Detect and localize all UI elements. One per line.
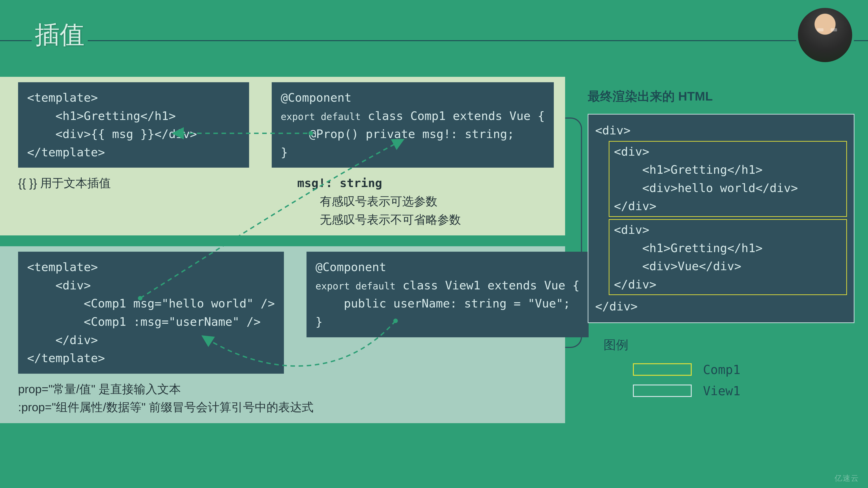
code-line: @Component (315, 260, 386, 274)
brace-icon (565, 118, 582, 348)
title-rule-right (88, 40, 868, 41)
legend-row-view1: View1 (633, 384, 855, 398)
code-class-comp1: @Component export default class Comp1 ex… (272, 82, 554, 168)
code-line: <div>hello world</div> (614, 181, 798, 195)
title-rule-left (0, 40, 32, 41)
caption-row-top: {{ }} 用于文本插值 msg!: string 有感叹号表示可选参数 无感叹… (18, 174, 554, 229)
code-line: <h1>Gretting</h1> (614, 241, 763, 255)
legend-swatch-view1 (633, 385, 692, 397)
code-line: </div> (614, 278, 656, 291)
slide-title: 插值 (32, 18, 88, 52)
code-row-top: <template> <h1>Gretting</h1> <div>{{ msg… (18, 82, 554, 168)
legend-swatch-comp1 (633, 363, 692, 376)
code-line: export default (281, 111, 361, 122)
legend-label-view1: View1 (703, 384, 741, 398)
caption-mustache: {{ }} 用于文本插值 (18, 174, 275, 192)
code-line: <div> (614, 145, 649, 158)
legend-label-comp1: Comp1 (703, 362, 741, 377)
legend-row-comp1: Comp1 (633, 362, 855, 377)
code-template-view1: <template> <div> <Comp1 msg="hello world… (18, 252, 284, 374)
panel-interpolation: <template> <h1>Gretting</h1> <div>{{ msg… (0, 77, 565, 235)
code-line: @Prop() private msg!: string; (281, 127, 514, 141)
title-bar: 插值 (0, 18, 868, 52)
code-row-bot: <template> <div> <Comp1 msg="hello world… (18, 252, 554, 374)
rendered-html-box: <div> <div> <h1>Gretting</h1> <div>hello… (588, 114, 855, 323)
left-column: <template> <h1>Gretting</h1> <div>{{ msg… (0, 77, 565, 423)
code-template-comp1: <template> <h1>Gretting</h1> <div>{{ msg… (18, 82, 249, 168)
right-column: 最终渲染出来的 HTML <div> <div> <h1>Gretting</h… (588, 77, 855, 405)
caption-text: :prop="组件属性/数据等" 前缀冒号会计算引号中的表达式 (18, 398, 554, 416)
legend-heading: 图例 (603, 337, 855, 353)
code-line: </div> (614, 199, 656, 213)
caption-code: msg!: string (297, 174, 554, 192)
code-line: } (315, 315, 322, 328)
caption-text: 有感叹号表示可选参数 (297, 192, 554, 210)
code-line: </div> (595, 300, 638, 313)
comp1-output-2: <div> <h1>Gretting</h1> <div>Vue</div> <… (609, 219, 847, 295)
code-line: class Comp1 extends Vue { (361, 109, 545, 123)
presenter-avatar (796, 6, 855, 64)
code-line: } (281, 145, 288, 159)
code-line: @Component (281, 91, 351, 104)
code-line: <div> (614, 223, 649, 236)
caption-props: prop="常量/值" 是直接输入文本 :prop="组件属性/数据等" 前缀冒… (18, 380, 554, 416)
comp1-output-1: <div> <h1>Gretting</h1> <div>hello world… (609, 141, 847, 217)
caption-text: prop="常量/值" 是直接输入文本 (18, 380, 554, 398)
output-heading: 最终渲染出来的 HTML (588, 88, 855, 105)
code-line: <div>Vue</div> (614, 259, 741, 273)
panel-props: <template> <div> <Comp1 msg="hello world… (0, 246, 565, 423)
code-class-view1: @Component export default class View1 ex… (307, 252, 589, 337)
code-line: class View1 extends Vue { (396, 279, 580, 292)
code-line: <div> (595, 124, 631, 137)
caption-msg-bang: msg!: string 有感叹号表示可选参数 无感叹号表示不可省略参数 (297, 174, 554, 229)
watermark: 亿速云 (835, 473, 859, 484)
code-line: public userName: string = "Vue"; (315, 297, 570, 310)
code-line: export default (315, 281, 396, 292)
caption-text: 无感叹号表示不可省略参数 (297, 210, 554, 229)
code-line: <h1>Gretting</h1> (614, 163, 763, 176)
